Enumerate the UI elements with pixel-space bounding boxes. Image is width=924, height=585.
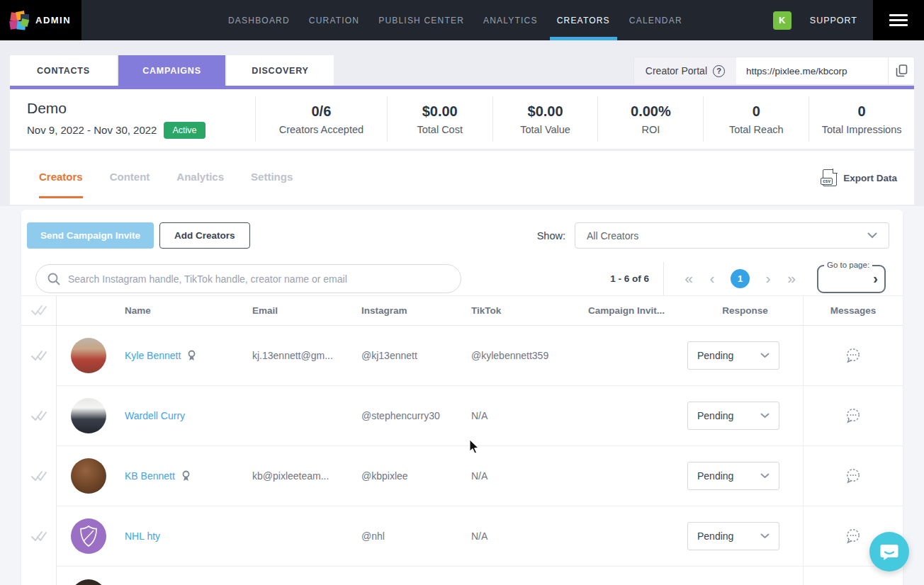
- col-header-email: Email: [252, 305, 361, 316]
- creators-toolbar: Send Campaign Invite Add Creators Show: …: [21, 210, 903, 249]
- creator-name-link[interactable]: NHL hty: [125, 530, 160, 542]
- col-header-messages: Messages: [803, 296, 903, 325]
- creator-instagram: @kbpixlee: [361, 446, 471, 506]
- double-check-icon: [30, 530, 47, 543]
- row-checkbox[interactable]: [21, 326, 57, 386]
- export-data-button[interactable]: csv Export Data: [823, 169, 897, 186]
- first-page-button[interactable]: «: [680, 271, 698, 288]
- search-icon: [47, 273, 60, 285]
- goto-page-input[interactable]: [823, 271, 865, 289]
- search-input[interactable]: [68, 273, 449, 285]
- user-avatar[interactable]: K: [773, 11, 791, 30]
- creator-tiktok: N/A: [471, 506, 588, 567]
- stat-label: Creators Accepted: [279, 124, 364, 135]
- nav-item-calendar[interactable]: CALENDAR: [629, 0, 682, 40]
- tab-content[interactable]: Content: [110, 171, 150, 186]
- campaign-name: Demo: [27, 100, 255, 117]
- response-select[interactable]: Pending: [687, 462, 779, 490]
- chevron-down-icon: [760, 473, 770, 479]
- creator-name-link[interactable]: Wardell Curry: [125, 410, 185, 421]
- csv-tag: csv: [821, 178, 833, 185]
- row-checkbox[interactable]: [21, 386, 57, 446]
- next-page-button[interactable]: ›: [759, 271, 777, 288]
- response-select[interactable]: Pending: [687, 402, 779, 430]
- show-filter-select[interactable]: All Creators: [575, 222, 889, 249]
- tab-analytics[interactable]: Analytics: [176, 171, 224, 186]
- hamburger-menu-button[interactable]: [873, 0, 924, 40]
- chevron-down-icon: [760, 413, 770, 419]
- response-value: Pending: [697, 470, 733, 482]
- creator-tiktok: N/A: [471, 446, 588, 506]
- creator-name-link[interactable]: Kyle Bennett: [125, 350, 181, 361]
- stat-value: 0: [753, 103, 760, 120]
- add-creators-button[interactable]: Add Creators: [159, 222, 250, 249]
- nav-item-creators[interactable]: CREATORS: [557, 0, 610, 40]
- last-page-button[interactable]: »: [782, 271, 801, 288]
- prev-page-button[interactable]: ‹: [703, 271, 721, 288]
- chat-bubble-icon: [845, 408, 862, 424]
- stat-label: Total Reach: [729, 124, 784, 135]
- intercom-chat-icon: [879, 542, 899, 562]
- creator-portal-group: Creator Portal ? https://pixlee.me/kbcor…: [634, 57, 914, 84]
- table-header: Name Email Instagram TikTok Campaign Inv…: [21, 296, 903, 326]
- row-checkbox[interactable]: [21, 567, 57, 585]
- search-row: 1 - 6 of 6 « ‹ 1 › » Go to page: ›: [21, 249, 903, 296]
- row-checkbox[interactable]: [21, 506, 57, 567]
- message-button[interactable]: [845, 528, 862, 544]
- col-header-campaign-invite: Campaign Invit...: [588, 305, 687, 316]
- campaign-stats: 0/6 Creators Accepted $0.00 Total Cost $…: [255, 96, 914, 142]
- tab-campaigns[interactable]: CAMPAIGNS: [118, 55, 225, 86]
- nav-item-dashboard[interactable]: DASHBOARD: [228, 0, 290, 40]
- current-page-button[interactable]: 1: [731, 269, 750, 288]
- creator-instagram: @stephencurry30: [361, 386, 471, 446]
- export-data-label: Export Data: [843, 173, 897, 183]
- support-link[interactable]: SUPPORT: [810, 16, 857, 25]
- help-icon[interactable]: ?: [713, 65, 725, 77]
- tab-contacts[interactable]: CONTACTS: [10, 55, 117, 86]
- chevron-down-icon: [760, 533, 770, 539]
- message-button[interactable]: [845, 468, 862, 484]
- stat-total-impressions: 0 Total Impressions: [808, 96, 914, 142]
- creator-instagram: @kj13ennett: [361, 326, 471, 386]
- col-header-name: Name: [125, 305, 252, 316]
- csv-file-icon: csv: [823, 169, 837, 186]
- col-header-tiktok: TikTok: [471, 305, 588, 316]
- response-select[interactable]: Pending: [687, 341, 779, 370]
- tab-creators[interactable]: Creators: [39, 171, 83, 186]
- content-background: Send Campaign Invite Add Creators Show: …: [0, 206, 924, 585]
- goto-page-arrow-button[interactable]: ›: [873, 271, 878, 285]
- creator-campaign-invite: [588, 326, 687, 386]
- avatar: [71, 458, 106, 494]
- chat-bubble-icon: [845, 348, 862, 363]
- stat-creators-accepted: 0/6 Creators Accepted: [255, 96, 387, 142]
- response-select[interactable]: Pending: [687, 522, 779, 550]
- select-all-checkbox[interactable]: [21, 296, 57, 325]
- creator-portal-url[interactable]: https://pixlee.me/kbcorp: [736, 57, 888, 84]
- search-box: [35, 264, 461, 293]
- chat-bubble-icon: [845, 468, 862, 484]
- campaign-info: Demo Nov 9, 2022 - Nov 30, 2022 Active: [10, 100, 255, 139]
- response-value: Pending: [697, 350, 733, 361]
- stat-total-value: $0.00 Total Value: [492, 96, 598, 142]
- row-checkbox[interactable]: [21, 446, 57, 506]
- send-campaign-invite-button[interactable]: Send Campaign Invite: [27, 222, 154, 249]
- pagination: « ‹ 1 › » Go to page: ›: [663, 262, 886, 295]
- nav-item-analytics[interactable]: ANALYTICS: [483, 0, 538, 40]
- tab-discovery[interactable]: DISCOVERY: [227, 55, 334, 86]
- message-button[interactable]: [845, 348, 862, 363]
- brand-block: ADMIN: [0, 0, 81, 40]
- stat-roi: 0.00% ROI: [597, 96, 703, 142]
- nav-item-curation[interactable]: CURATION: [309, 0, 359, 40]
- chat-launcher-button[interactable]: [869, 532, 909, 572]
- nav-item-publish-center[interactable]: PUBLISH CENTER: [378, 0, 464, 40]
- message-button[interactable]: [845, 408, 862, 424]
- table-row: [21, 567, 903, 585]
- creator-portal-label: Creator Portal ?: [634, 57, 736, 84]
- copy-url-button[interactable]: [888, 57, 914, 84]
- creator-name-link[interactable]: KB Bennett: [125, 470, 175, 482]
- creator-tiktok: @kylebennett359: [471, 326, 588, 386]
- double-check-icon: [30, 305, 47, 317]
- hamburger-icon: [889, 11, 908, 29]
- copy-icon: [896, 64, 908, 77]
- tab-settings[interactable]: Settings: [251, 171, 293, 186]
